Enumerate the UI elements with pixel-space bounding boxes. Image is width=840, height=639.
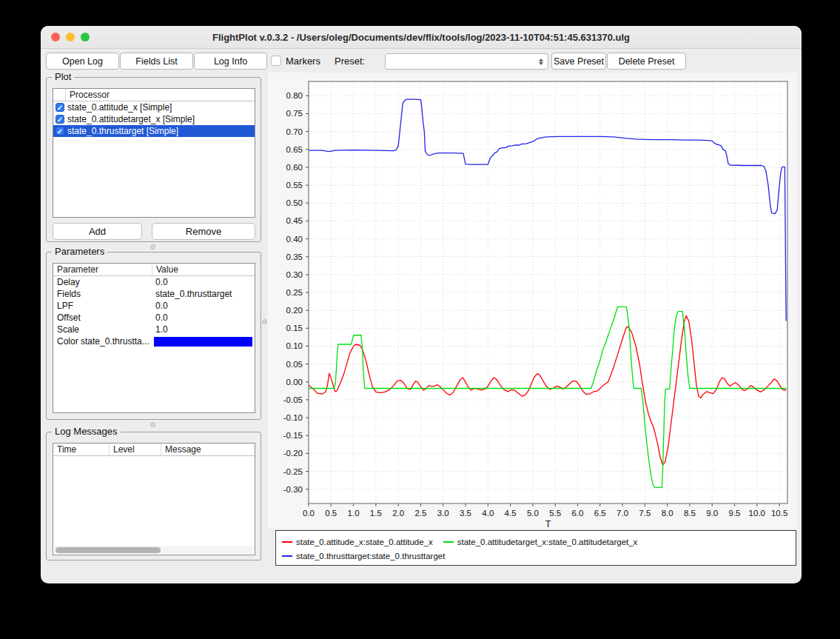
svg-text:0.15: 0.15 (286, 324, 303, 332)
svg-text:0.30: 0.30 (286, 270, 303, 279)
parameter-name-cell: Offset (53, 312, 152, 324)
legend-series-line-icon (282, 541, 292, 543)
svg-text:4.0: 4.0 (482, 509, 494, 518)
legend-series-line-icon (282, 555, 292, 557)
svg-text:5.0: 5.0 (527, 509, 539, 518)
color-swatch[interactable] (154, 337, 252, 347)
parameters-group: Parameters Parameter Value Delay0.0Field… (46, 252, 261, 420)
log-horizontal-scrollbar[interactable] (54, 546, 254, 554)
svg-text:4.5: 4.5 (505, 509, 517, 518)
log-messages-table[interactable]: Time Level Message (53, 443, 255, 555)
svg-text:0.20: 0.20 (286, 306, 303, 315)
parameter-row[interactable]: LPF0.0 (53, 300, 255, 312)
log-info-button[interactable]: Log Info (194, 53, 267, 70)
fields-list-button[interactable]: Fields List (120, 53, 193, 70)
svg-text:-0.15: -0.15 (283, 431, 303, 440)
processor-label: state_0.thrusttarget [Simple] (67, 126, 178, 136)
svg-text:2.0: 2.0 (392, 509, 404, 518)
parameter-name-cell: Fields (53, 288, 152, 300)
add-button[interactable]: Add (53, 223, 142, 240)
svg-text:1.0: 1.0 (348, 509, 360, 518)
parameter-value-cell[interactable]: 0.0 (152, 312, 255, 324)
svg-text:0.65: 0.65 (286, 145, 303, 154)
processor-checkbox[interactable]: ✓ (56, 103, 64, 112)
processor-list-header: Processor (53, 89, 255, 101)
svg-text:0.60: 0.60 (286, 163, 303, 172)
svg-text:0.40: 0.40 (286, 235, 303, 244)
svg-text:10.5: 10.5 (771, 509, 787, 518)
parameter-value-cell[interactable]: 1.0 (152, 324, 255, 335)
processor-checkbox[interactable]: ✓ (56, 115, 64, 124)
svg-text:0.35: 0.35 (286, 252, 303, 261)
processor-label: state_0.attitude_x [Simple] (67, 102, 172, 113)
processor-list[interactable]: Processor ✓state_0.attitude_x [Simple]✓s… (53, 88, 255, 218)
parameter-value-cell[interactable] (152, 335, 255, 347)
parameter-row[interactable]: Fieldsstate_0.thrusttarget (53, 288, 255, 300)
parameter-row[interactable]: Delay0.0 (53, 276, 255, 288)
parameters-group-title: Parameters (52, 246, 107, 257)
processor-row[interactable]: ✓state_0.attitude_x [Simple] (53, 101, 255, 113)
markers-checkbox[interactable] (271, 56, 281, 66)
svg-text:0.50: 0.50 (286, 198, 303, 207)
svg-text:6.5: 6.5 (594, 509, 606, 518)
svg-text:3.5: 3.5 (460, 509, 471, 518)
svg-text:1.5: 1.5 (370, 509, 382, 518)
legend-entry: state_0.attitudetarget_x:state_0.attitud… (443, 538, 638, 546)
svg-text:0.55: 0.55 (286, 181, 303, 190)
svg-text:0.70: 0.70 (286, 127, 303, 136)
save-preset-button[interactable]: Save Preset (551, 53, 606, 70)
svg-text:6.0: 6.0 (571, 509, 583, 518)
parameter-row[interactable]: Offset0.0 (53, 312, 255, 324)
parameter-row[interactable]: Color state_0.thrustta... (53, 335, 255, 347)
svg-text:-0.05: -0.05 (283, 395, 303, 404)
parameter-row[interactable]: Scale1.0 (53, 324, 255, 335)
scrollbar-thumb[interactable] (56, 547, 161, 553)
svg-text:3.0: 3.0 (437, 509, 449, 518)
legend-series-line-icon (443, 541, 454, 543)
svg-text:9.0: 9.0 (706, 509, 718, 518)
parameter-value-cell[interactable]: 0.0 (152, 276, 255, 288)
parameter-name-cell: Scale (53, 324, 152, 335)
flightplot-window: FlightPlot v.0.3.2 - /Users/oleg/Documen… (41, 26, 802, 583)
parameter-name-cell: LPF (53, 300, 152, 312)
markers-label: Markers (286, 56, 320, 67)
svg-text:-0.25: -0.25 (283, 467, 303, 476)
svg-text:5.5: 5.5 (549, 509, 561, 518)
chart[interactable]: 0.800.750.700.650.600.550.500.450.400.35… (268, 73, 797, 529)
processor-column-header: Processor (66, 89, 110, 101)
splitter-handle-bottom[interactable] (150, 422, 155, 427)
window-title: FlightPlot v.0.3.2 - /Users/oleg/Documen… (41, 32, 802, 43)
log-messages-group: Log Messages Time Level Message (46, 432, 261, 561)
svg-text:7.0: 7.0 (616, 509, 628, 518)
preset-combobox[interactable] (385, 53, 548, 70)
value-column-header: Value (152, 264, 255, 275)
splitter-handle-top[interactable] (150, 244, 155, 250)
preset-label: Preset: (335, 56, 365, 67)
remove-button[interactable]: Remove (152, 223, 255, 240)
svg-text:8.5: 8.5 (684, 509, 696, 518)
svg-text:0.80: 0.80 (286, 91, 303, 100)
delete-preset-button[interactable]: Delete Preset (607, 53, 686, 70)
processor-row[interactable]: ✓state_0.attitudetarget_x [Simple] (53, 113, 255, 125)
svg-text:2.5: 2.5 (414, 509, 426, 518)
vertical-splitter-handle[interactable] (262, 319, 267, 324)
processor-row[interactable]: ✓state_0.thrusttarget [Simple] (53, 125, 255, 137)
svg-text:-0.20: -0.20 (283, 449, 303, 458)
legend-label: state_0.thrusttarget:state_0.thrusttarge… (296, 552, 445, 561)
svg-text:0.25: 0.25 (286, 288, 303, 297)
chart-legend: state_0.attitude_x:state_0.attitude_xsta… (275, 530, 796, 566)
log-table-header: Time Level Message (53, 444, 255, 456)
svg-text:0.5: 0.5 (325, 509, 337, 518)
svg-text:0.45: 0.45 (286, 216, 303, 225)
parameter-value-cell[interactable]: 0.0 (152, 300, 255, 312)
level-column-header: Level (109, 444, 161, 455)
processor-checkbox[interactable]: ✓ (56, 127, 64, 136)
svg-text:10.0: 10.0 (749, 509, 765, 518)
open-log-button[interactable]: Open Log (46, 53, 119, 70)
svg-text:T: T (545, 519, 551, 529)
log-messages-group-title: Log Messages (52, 426, 121, 437)
time-column-header: Time (53, 444, 109, 455)
combo-stepper-icon[interactable] (537, 56, 545, 67)
parameters-table[interactable]: Parameter Value Delay0.0Fieldsstate_0.th… (53, 263, 255, 413)
parameter-value-cell[interactable]: state_0.thrusttarget (152, 288, 255, 300)
